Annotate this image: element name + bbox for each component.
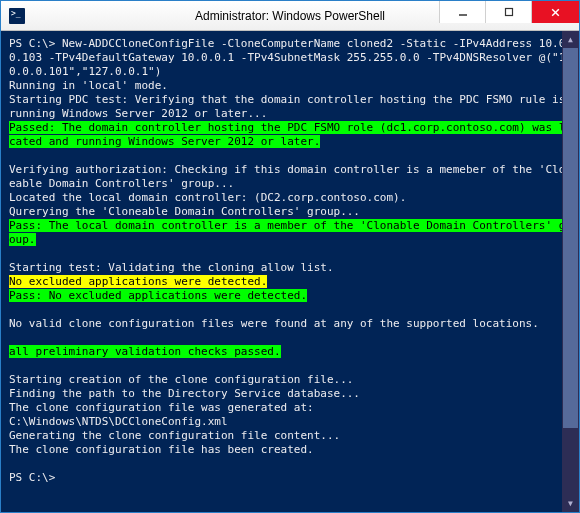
terminal-line xyxy=(9,359,577,373)
svg-rect-1 xyxy=(505,9,512,16)
terminal-line: PS C:\> xyxy=(9,471,577,485)
terminal-line: Qurerying the 'Cloneable Domain Controll… xyxy=(9,205,577,219)
window-controls xyxy=(439,1,579,30)
terminal-line: Finding the path to the Directory Servic… xyxy=(9,387,577,401)
window-titlebar: Administrator: Windows PowerShell xyxy=(1,1,579,31)
maximize-button[interactable] xyxy=(485,1,531,23)
scrollbar-thumb[interactable] xyxy=(563,48,578,428)
terminal-line: Located the local domain controller: (DC… xyxy=(9,191,577,205)
close-button[interactable] xyxy=(531,1,579,23)
terminal-line xyxy=(9,303,577,317)
scroll-up-arrow[interactable]: ▲ xyxy=(562,31,579,48)
terminal-line: PS C:\> New-ADDCCloneConfigFile -CloneCo… xyxy=(9,37,577,79)
terminal-line: Starting test: Validating the cloning al… xyxy=(9,261,577,275)
terminal-line: Running in 'local' mode. xyxy=(9,79,577,93)
minimize-button[interactable] xyxy=(439,1,485,23)
terminal-line: The clone configuration file was generat… xyxy=(9,401,577,415)
terminal-line: Passed: The domain controller hosting th… xyxy=(9,121,577,149)
terminal-line xyxy=(9,149,577,163)
terminal-line: Pass: The local domain controller is a m… xyxy=(9,219,577,247)
terminal-line: Generating the clone configuration file … xyxy=(9,429,577,443)
terminal-line xyxy=(9,457,577,471)
terminal-lines: PS C:\> New-ADDCCloneConfigFile -CloneCo… xyxy=(9,37,577,485)
terminal-line xyxy=(9,247,577,261)
vertical-scrollbar[interactable]: ▲ ▼ xyxy=(562,31,579,512)
terminal-content[interactable]: PS C:\> New-ADDCCloneConfigFile -CloneCo… xyxy=(1,31,579,512)
scroll-down-arrow[interactable]: ▼ xyxy=(562,495,579,512)
terminal-line: C:\Windows\NTDS\DCCloneConfig.xml xyxy=(9,415,577,429)
terminal-line: Pass: No excluded applications were dete… xyxy=(9,289,577,303)
terminal-line: all preliminary validation checks passed… xyxy=(9,345,577,359)
powershell-icon xyxy=(9,8,25,24)
terminal-line: Verifying authorization: Checking if thi… xyxy=(9,163,577,191)
terminal-line xyxy=(9,331,577,345)
terminal-line: Starting creation of the clone configura… xyxy=(9,373,577,387)
terminal-line: No valid clone configuration files were … xyxy=(9,317,577,331)
terminal-line: The clone configuration file has been cr… xyxy=(9,443,577,457)
terminal-line: Starting PDC test: Verifying that the do… xyxy=(9,93,577,121)
terminal-line: No excluded applications were detected. xyxy=(9,275,577,289)
